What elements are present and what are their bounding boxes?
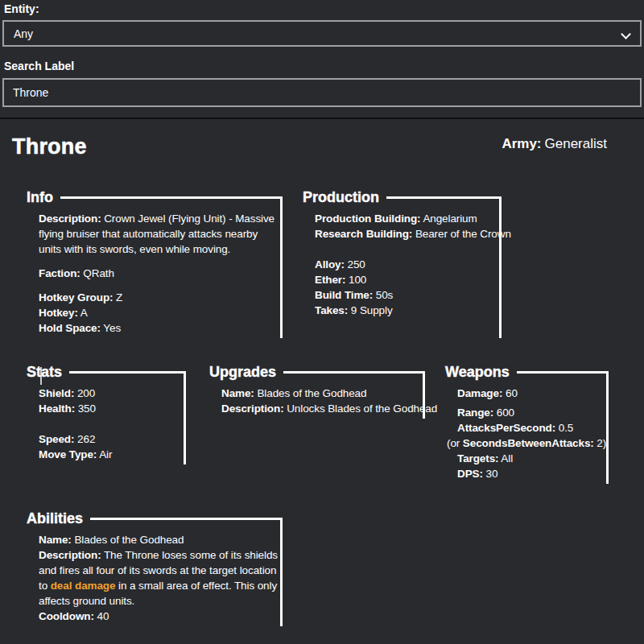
paragraph: Damage: 60 xyxy=(457,386,604,401)
section-header: Upgrades xyxy=(209,363,425,381)
stat-line: Description: The Throne loses some of it… xyxy=(39,547,278,609)
stat-label: Hold Space: xyxy=(39,322,101,334)
stat-value: 40 xyxy=(94,610,109,622)
stat-label: AttacksPerSecond: xyxy=(457,422,555,434)
section-row: AbilitiesName: Blades of the GodheadDesc… xyxy=(27,510,642,626)
stat-value: Yes xyxy=(101,322,121,334)
section-header: Info xyxy=(27,188,283,206)
stat-line: DPS: 30 xyxy=(457,466,604,481)
stat-line: Takes: 9 Supply xyxy=(315,303,497,318)
stat-value: 262 xyxy=(74,433,95,445)
stat-value: QRath xyxy=(80,267,114,279)
stat-value: 2) xyxy=(594,437,606,449)
stat-label: Alloy: xyxy=(315,258,345,270)
search-input[interactable] xyxy=(2,78,642,107)
stat-value: 0.5 xyxy=(555,422,573,434)
sections-container: InfoDescription: Crown Jewel (Flying Uni… xyxy=(2,188,642,626)
stat-label: Research Building: xyxy=(315,228,412,240)
section-body: Shield: 200Health: 350Speed: 262Move Typ… xyxy=(27,381,186,462)
paragraph: Alloy: 250Ether: 100Build Time: 50sTakes… xyxy=(315,257,497,318)
stat-value: Blades of the Godhead xyxy=(72,534,184,546)
entity-label: Entity: xyxy=(4,2,642,15)
section-row: InfoDescription: Crown Jewel (Flying Uni… xyxy=(27,188,642,338)
section-body: Description: Crown Jewel (Flying Unit) -… xyxy=(27,206,283,336)
stat-line: Cooldown: 40 xyxy=(39,609,278,624)
section-title: Abilities xyxy=(27,510,83,527)
stat-line: Research Building: Bearer of the Crown xyxy=(315,226,497,242)
stat-value: A xyxy=(78,307,88,319)
stat-line: Hotkey: A xyxy=(39,305,278,320)
stat-label: Takes: xyxy=(315,304,348,316)
paragraph: Hotkey Group: ZHotkey: AHold Space: Yes xyxy=(39,290,278,336)
section-header: Stats xyxy=(27,363,186,381)
army-info: Army:Generalist xyxy=(502,134,607,152)
stat-line: Description: Crown Jewel (Flying Unit) -… xyxy=(39,211,278,257)
stat-line: Speed: 262 xyxy=(39,431,181,447)
stat-line: Ether: 100 xyxy=(315,272,497,287)
stat-value: 250 xyxy=(345,258,365,270)
section-row: StatsShield: 200Health: 350Speed: 262Mov… xyxy=(27,363,642,484)
army-label: Army: xyxy=(502,136,541,151)
highlighted-text: deal damage xyxy=(51,580,116,592)
section-right-line xyxy=(606,371,609,484)
section-title: Production xyxy=(303,188,379,206)
stat-line: Targets: All xyxy=(457,451,604,466)
stat-line: Faction: QRath xyxy=(39,266,278,281)
entity-select-value: Any xyxy=(14,27,33,40)
section-body: Production Building: AngelariumResearch … xyxy=(303,206,502,318)
stat-label: Cooldown: xyxy=(39,610,94,622)
stat-label: Speed: xyxy=(39,433,74,445)
paragraph: Production Building: AngelariumResearch … xyxy=(315,211,497,242)
unit-header: Throne Army:Generalist xyxy=(2,119,642,159)
section-production: ProductionProduction Building: Angelariu… xyxy=(303,188,502,338)
stat-line: Description: Unlocks Blades of the Godhe… xyxy=(221,401,420,416)
stat-value: Bearer of the Crown xyxy=(412,228,511,240)
section-right-line xyxy=(280,196,283,338)
stat-label: Damage: xyxy=(457,387,502,399)
section-right-line xyxy=(423,371,425,419)
stat-line: Name: Blades of the Godhead xyxy=(221,386,420,401)
stat-value: 60 xyxy=(502,387,517,399)
stat-line: Production Building: Angelarium xyxy=(315,211,497,226)
stat-line: (or SecondsBetweenAttacks: 2) xyxy=(447,436,604,451)
section-header-line xyxy=(283,371,425,374)
section-header-line xyxy=(386,196,502,199)
paragraph: Name: Blades of the GodheadDescription: … xyxy=(39,532,278,624)
paragraph: Description: Crown Jewel (Flying Unit) -… xyxy=(39,211,278,257)
stat-label: DPS: xyxy=(457,468,483,480)
stat-line: Build Time: 50s xyxy=(315,287,497,303)
stat-label: Health: xyxy=(39,402,75,415)
section-title: Stats xyxy=(27,363,62,381)
section-weapons: WeaponsDamage: 60Range: 600AttacksPerSec… xyxy=(445,363,609,484)
chevron-down-icon xyxy=(621,29,631,39)
paragraph: Shield: 200Health: 350 xyxy=(39,386,181,416)
page-title: Throne xyxy=(12,134,87,159)
stat-label: Description: xyxy=(221,402,284,415)
entity-select[interactable]: Any xyxy=(2,20,642,47)
paragraph: Speed: 262Move Type: Air xyxy=(39,431,181,462)
section-header: Production xyxy=(303,188,502,206)
stat-line: Health: 350 xyxy=(39,401,181,416)
stat-value: All xyxy=(498,452,513,464)
section-title: Info xyxy=(27,188,53,206)
stat-label: Description: xyxy=(39,549,101,561)
stat-value: Angelarium xyxy=(420,213,477,225)
stat-value: Air xyxy=(97,448,112,460)
stat-line: AttacksPerSecond: 0.5 xyxy=(457,420,604,436)
search-label: Search Label xyxy=(4,60,642,72)
stat-value: 100 xyxy=(345,274,366,286)
section-right-line xyxy=(499,196,502,338)
section-right-line xyxy=(280,518,283,626)
section-body: Name: Blades of the GodheadDescription: … xyxy=(27,527,283,624)
stat-value: 50s xyxy=(373,289,393,301)
stat-line: Hold Space: Yes xyxy=(39,320,278,336)
section-info: InfoDescription: Crown Jewel (Flying Uni… xyxy=(27,188,283,338)
paragraph: Faction: QRath xyxy=(39,266,278,281)
section-header: Weapons xyxy=(445,363,609,381)
stat-label: Hotkey: xyxy=(39,307,78,319)
stat-line: Range: 600 xyxy=(457,405,604,420)
paragraph: Range: 600AttacksPerSecond: 0.5(or Secon… xyxy=(457,405,604,481)
section-header-line xyxy=(60,196,283,199)
stat-value: Blades of the Godhead xyxy=(254,387,367,399)
section-right-line xyxy=(184,371,186,464)
